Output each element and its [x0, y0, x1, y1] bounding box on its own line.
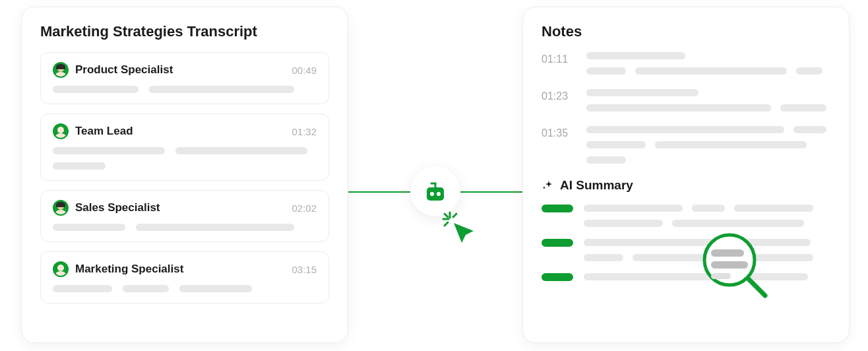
transcript-card: Marketing Strategies Transcript Product …: [21, 7, 348, 343]
svg-line-8: [453, 214, 456, 217]
svg-line-7: [445, 214, 448, 217]
ai-summary-body: [542, 205, 830, 281]
entry-header: Sales Specialist 02:02: [53, 200, 317, 216]
avatar-icon: [53, 200, 69, 216]
ai-summary-label: AI Summary: [560, 178, 633, 193]
timestamp: 02:02: [292, 203, 317, 214]
skeleton-text: [53, 86, 317, 93]
bullet-icon: [542, 205, 573, 212]
note-timestamp: 01:35: [542, 126, 571, 139]
svg-point-1: [430, 192, 434, 196]
notes-card: Notes 01:11 01:23 01:35 AI Summary: [522, 7, 850, 343]
timestamp: 03:15: [292, 264, 317, 275]
avatar-icon: [53, 123, 69, 139]
timestamp: 01:32: [292, 126, 317, 137]
entry-header: Team Lead 01:32: [53, 123, 317, 139]
skeleton-text: [53, 162, 317, 170]
connector-line: [348, 191, 410, 193]
skeleton-text: [53, 285, 317, 292]
speaker-role: Team Lead: [75, 125, 285, 138]
notes-title: Notes: [542, 23, 830, 40]
note-timestamp: 01:23: [542, 89, 571, 102]
ai-summary-item: [542, 205, 830, 227]
skeleton-text: [586, 126, 830, 164]
bot-icon: [422, 178, 449, 205]
speaker-role: Marketing Specialist: [75, 263, 285, 276]
speaker-role: Sales Specialist: [75, 201, 285, 214]
cursor-click-icon: [441, 210, 479, 251]
avatar-icon: [53, 62, 69, 78]
connector-line: [460, 191, 522, 193]
note-timestamp: 01:11: [542, 52, 571, 65]
note-row[interactable]: 01:11: [542, 52, 830, 75]
skeleton-text: [53, 224, 317, 231]
transcript-entry[interactable]: Product Specialist 00:49: [40, 52, 329, 104]
speaker-role: Product Specialist: [75, 63, 285, 77]
transcript-entry[interactable]: Sales Specialist 02:02: [40, 190, 329, 242]
skeleton-text: [586, 52, 830, 75]
ai-summary-item: [542, 239, 830, 261]
timestamp: 00:49: [292, 65, 317, 76]
svg-point-2: [437, 192, 441, 196]
svg-rect-0: [427, 187, 444, 201]
transcript-entry[interactable]: Team Lead 01:32: [40, 113, 329, 181]
svg-line-9: [445, 222, 448, 226]
note-row[interactable]: 01:35: [542, 126, 830, 164]
transcript-title: Marketing Strategies Transcript: [40, 23, 329, 40]
entry-header: Product Specialist 00:49: [53, 62, 317, 78]
note-row[interactable]: 01:23: [542, 89, 830, 112]
sparkle-icon: [542, 179, 553, 191]
bullet-icon: [542, 273, 573, 281]
skeleton-text: [53, 147, 317, 154]
ai-summary-header: AI Summary: [542, 178, 830, 193]
bullet-icon: [542, 239, 573, 247]
transcript-entry[interactable]: Marketing Specialist 03:15: [40, 251, 329, 303]
ai-bot-button[interactable]: [410, 166, 460, 216]
entry-header: Marketing Specialist 03:15: [53, 261, 317, 277]
ai-summary-item: [542, 273, 830, 281]
avatar-icon: [53, 261, 69, 277]
skeleton-text: [586, 89, 830, 112]
